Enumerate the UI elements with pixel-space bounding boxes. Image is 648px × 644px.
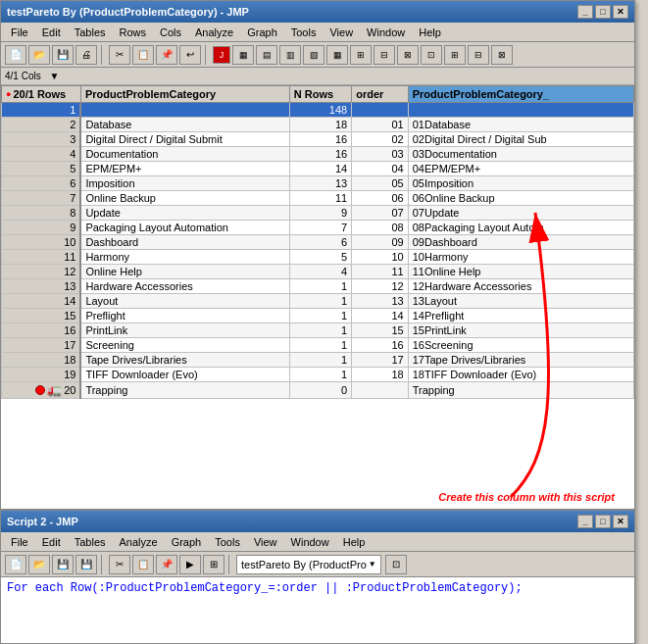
tb13[interactable]: ⊠ (491, 45, 513, 65)
tb10[interactable]: ⊡ (421, 45, 442, 65)
table-cell-12-1: Online Help (80, 265, 289, 279)
main-window: testPareto By (ProductProblemCategory) -… (0, 0, 635, 510)
script-text: For each Row(:ProductProblemCategory_=:o… (7, 581, 523, 595)
script-copy-btn[interactable]: 📋 (132, 555, 154, 574)
script-menu-edit[interactable]: Edit (36, 535, 67, 549)
table-cell-6-4: 05Imposition (408, 176, 633, 191)
script-close-button[interactable]: ✕ (613, 515, 628, 528)
table-row-num-12: 12 (2, 265, 81, 279)
tb1[interactable]: J (213, 46, 230, 64)
table-row-num-8: 8 (2, 206, 81, 221)
tb9[interactable]: ⊠ (397, 45, 419, 65)
tb3[interactable]: ▤ (256, 45, 277, 65)
table-cell-10-1: Dashboard (80, 235, 289, 250)
table-cell-13-1: Hardware Accessories (80, 279, 289, 294)
tb11[interactable]: ⊞ (444, 45, 466, 65)
menu-tools[interactable]: Tools (285, 25, 323, 39)
table-cell-16-2: 1 (289, 323, 351, 338)
close-button[interactable]: ✕ (613, 5, 628, 19)
table-row-num-14: 14 (2, 294, 81, 309)
script-menu-window[interactable]: Window (285, 535, 335, 549)
save-btn[interactable]: 💾 (52, 45, 74, 65)
copy-btn[interactable]: 📋 (132, 45, 154, 65)
table-cell-14-4: 13Layout (408, 294, 633, 309)
cols-rows-header: 4/1 Cols ▼ (1, 68, 634, 85)
tb7[interactable]: ⊞ (350, 45, 372, 65)
table-cell-17-1: Screening (80, 338, 289, 353)
menu-rows[interactable]: Rows (114, 25, 153, 39)
new-btn[interactable]: 📄 (5, 45, 26, 65)
col-header-order[interactable]: order (352, 86, 409, 103)
cut-btn[interactable]: ✂ (109, 45, 130, 65)
table-row-num-2: 2 (2, 118, 81, 132)
script-extra-btn[interactable]: ⊡ (385, 555, 407, 574)
tb12[interactable]: ⊟ (468, 45, 489, 65)
script-context-dropdown[interactable]: testPareto By (ProductPro ▼ (236, 555, 381, 574)
maximize-button[interactable]: □ (595, 5, 611, 19)
script-toolbar-sep (101, 555, 105, 574)
script-new-btn[interactable]: 📄 (5, 555, 26, 574)
script-save-btn[interactable]: 💾 (52, 555, 74, 574)
script-menu-view[interactable]: View (248, 535, 283, 549)
tb8[interactable]: ⊟ (374, 45, 395, 65)
table-cell-16-4: 15PrintLink (408, 323, 633, 338)
tb5[interactable]: ▧ (303, 45, 324, 65)
col-header-productproblemcategory[interactable]: ProductProblemCategory (80, 86, 289, 103)
table-row-num-3: 3 (2, 132, 81, 147)
script-paste-btn[interactable]: 📌 (156, 555, 177, 574)
table-row-num-11: 11 (2, 250, 81, 265)
table-cell-11-4: 10Harmony (408, 250, 633, 265)
table-cell-2-1: Database (80, 118, 289, 132)
script-menu-graph[interactable]: Graph (166, 535, 208, 549)
script-minimize-button[interactable]: _ (577, 515, 593, 528)
table-cell-1-2: 148 (289, 103, 351, 118)
minimize-button[interactable]: _ (577, 5, 593, 19)
menu-analyze[interactable]: Analyze (189, 25, 239, 39)
script-menu-tables[interactable]: Tables (69, 535, 112, 549)
tb2[interactable]: ▦ (232, 45, 254, 65)
main-toolbar: 📄 📂 💾 🖨 ✂ 📋 📌 ↩ J ▦ ▤ ▥ ▧ ▦ ⊞ ⊟ ⊠ ⊡ ⊞ ⊟ … (1, 42, 634, 68)
table-row-num-19: 19 (2, 368, 81, 382)
script-open-btn[interactable]: 📂 (28, 555, 50, 574)
menu-edit[interactable]: Edit (36, 25, 67, 39)
menu-view[interactable]: View (324, 25, 359, 39)
table-cell-6-1: Imposition (80, 176, 289, 191)
paste-btn[interactable]: 📌 (156, 45, 177, 65)
script-run-btn[interactable]: ▶ (179, 555, 201, 574)
menu-help[interactable]: Help (413, 25, 447, 39)
script-save2-btn[interactable]: 💾 (75, 555, 97, 574)
menu-graph[interactable]: Graph (241, 25, 283, 39)
table-row-num-17: 17 (2, 338, 81, 353)
script-maximize-button[interactable]: □ (595, 515, 611, 528)
cols-dropdown-arrow[interactable]: ▼ (49, 71, 59, 81)
table-row-num-20: 🚛20 (2, 382, 81, 399)
menu-tables[interactable]: Tables (69, 25, 112, 39)
table-cell-1-3 (352, 103, 409, 118)
table-cell-18-1: Tape Drives/Libraries (80, 353, 289, 368)
table-cell-4-3: 03 (352, 147, 409, 162)
script-btn2[interactable]: ⊞ (203, 555, 224, 574)
script-menu-analyze[interactable]: Analyze (114, 535, 164, 549)
print-btn[interactable]: 🖨 (75, 45, 97, 65)
undo-btn[interactable]: ↩ (179, 45, 201, 65)
table-cell-19-2: 1 (289, 368, 351, 382)
menu-window[interactable]: Window (361, 25, 411, 39)
script-menu-help[interactable]: Help (337, 535, 372, 549)
col-header-productproblemcategory2[interactable]: ProductProblemCategory_ (408, 86, 633, 103)
table-cell-13-4: 12Hardware Accessories (408, 279, 633, 294)
menu-file[interactable]: File (5, 25, 34, 39)
open-btn[interactable]: 📂 (28, 45, 50, 65)
table-cell-5-1: EPM/EPM+ (80, 162, 289, 176)
table-cell-3-2: 16 (289, 132, 351, 147)
tb4[interactable]: ▥ (279, 45, 301, 65)
script-content[interactable]: For each Row(:ProductProblemCategory_=:o… (1, 577, 634, 641)
menu-cols[interactable]: Cols (154, 25, 187, 39)
script-menu-tools[interactable]: Tools (209, 535, 246, 549)
table-cell-11-1: Harmony (80, 250, 289, 265)
tb6[interactable]: ▦ (326, 45, 348, 65)
script-menu-file[interactable]: File (5, 535, 34, 549)
script-menu-bar: File Edit Tables Analyze Graph Tools Vie… (1, 532, 634, 552)
script-cut-btn[interactable]: ✂ (109, 555, 130, 574)
col-header-nrows[interactable]: N Rows (289, 86, 351, 103)
script-window-controls: _ □ ✕ (577, 515, 628, 528)
